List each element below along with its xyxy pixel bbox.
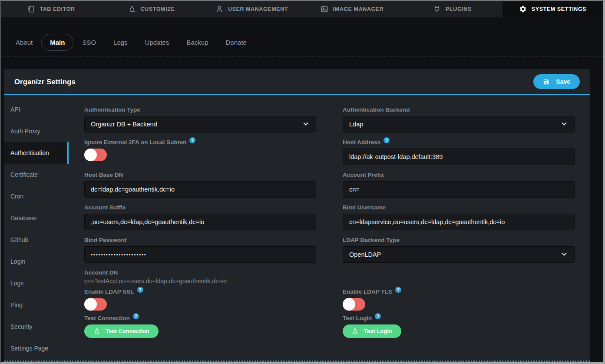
field-label: Enable LDAP TLS ? [343,288,575,295]
bind-password-input[interactable] [84,246,316,263]
sidebar-item-authentication[interactable]: Authentication [4,142,69,164]
enable-ldap-ssl-toggle[interactable] [84,298,107,311]
authentication-form: Authentication Type Organizr DB + Backen… [69,95,590,361]
settings-sidebar: API Auth Proxy Authentication Certificat… [4,95,69,361]
account-suffix-input[interactable] [84,214,316,230]
save-label: Save [556,78,570,85]
tab-updates[interactable]: Updates [136,34,178,51]
user-icon [215,5,223,13]
sidebar-item-login[interactable]: Login [4,251,69,272]
field-account-suffix: Account Suffix [84,204,316,230]
field-host-base-dn: Host Base DN [84,172,316,198]
field-label: Ignore External 2FA on Local Subnet ? [84,139,316,146]
help-icon[interactable]: ? [189,137,195,143]
field-bind-username: Bind Username [343,204,575,230]
tab-donate[interactable]: Donate [217,34,255,51]
help-icon[interactable]: ? [133,313,139,319]
nav-label: CUSTOMIZE [141,6,175,12]
help-icon[interactable]: ? [137,287,143,293]
account-dn-value: cn=TestAcct,ou=users,dc=ldap,dc=goauthen… [84,278,316,285]
sidebar-item-auth-proxy[interactable]: Auth Proxy [4,120,69,142]
label-text: Ignore External 2FA on Local Subnet [84,139,186,146]
field-label: Host Base DN [84,172,316,178]
nav-user-management[interactable]: USER MANAGEMENT [202,1,302,17]
empty-cell [343,269,575,288]
image-icon [321,5,328,13]
field-label: Test Login ? [343,315,575,321]
label-text: Host Base DN [84,172,123,178]
field-label: Bind Username [343,204,575,211]
field-label: Account Suffix [84,204,316,211]
help-icon[interactable]: ? [395,287,401,293]
label-text: Enable LDAP TLS [343,288,392,295]
flask-icon [352,328,358,334]
enable-ldap-tls-toggle[interactable] [343,298,365,311]
nav-label: TAB EDITOR [40,6,75,12]
help-icon[interactable]: ? [383,137,390,143]
sidebar-item-database[interactable]: Database [4,207,69,229]
tab-logs[interactable]: Logs [105,34,136,51]
save-icon [543,79,549,85]
sidebar-item-github[interactable]: Github [4,229,69,251]
host-base-dn-input[interactable] [84,181,316,198]
save-button[interactable]: Save [533,74,580,89]
field-label: Enable LDAP SSL ? [84,288,316,295]
nav-label: USER MANAGEMENT [228,6,288,12]
authentication-backend-select[interactable]: Ldap [343,116,575,132]
bind-username-input[interactable] [343,214,575,230]
tab-backup[interactable]: Backup [178,34,217,51]
sidebar-item-logs[interactable]: Logs [4,272,69,294]
field-account-prefix: Account Prefix [343,172,575,198]
sidebar-item-certificate[interactable]: Certificate [4,164,69,185]
chevron-down-icon [562,121,566,126]
account-prefix-input[interactable] [343,181,575,198]
field-enable-ldap-tls: Enable LDAP TLS ? [343,288,575,311]
tab-main[interactable]: Main [41,34,73,51]
label-text: Bind Username [343,204,386,211]
field-ignore-external-2fa: Ignore External 2FA on Local Subnet ? [84,139,316,165]
nav-label: PLUGINS [446,6,472,12]
gear-icon [519,5,527,13]
tab-sso[interactable]: SSO [73,34,105,51]
sidebar-item-ping[interactable]: Ping [4,294,69,316]
sidebar-item-security[interactable]: Security [4,316,69,338]
nav-system-settings[interactable]: SYSTEM SETTINGS [503,1,603,17]
ldap-backend-type-select[interactable]: OpenLDAP [343,246,575,263]
field-authentication-type: Authentication Type Organizr DB + Backen… [84,106,316,132]
sidebar-item-settings-page[interactable]: Settings Page [4,338,69,359]
nav-image-manager[interactable]: IMAGE MANAGER [302,1,402,17]
host-address-input[interactable] [343,149,575,165]
authentication-type-select[interactable]: Organizr DB + Backend [84,116,316,132]
nav-tab-editor[interactable]: TAB EDITOR [1,1,101,17]
app-window: TAB EDITOR CUSTOMIZE USER MANAGEMENT IMA… [0,0,605,364]
ignore-external-2fa-toggle[interactable] [84,149,107,161]
sidebar-item-cron[interactable]: Cron [4,185,69,207]
nav-customize[interactable]: CUSTOMIZE [101,1,202,17]
sidebar-item-api[interactable]: API [4,99,69,120]
button-label: Test Connection [106,328,149,334]
page-title: Organizr Settings [14,78,76,86]
nav-plugins[interactable]: PLUGINS [402,1,503,17]
label-text: Enable LDAP SSL [84,288,134,295]
chevron-down-icon [562,251,566,256]
toggle-knob [84,298,97,311]
label-text: Account Suffix [84,204,126,211]
toggle-knob [343,298,355,311]
field-label: Authentication Backend [343,106,575,113]
help-icon[interactable]: ? [375,313,381,319]
field-label: Authentication Type [84,106,316,113]
field-label: Account Prefix [343,172,575,178]
nav-label: IMAGE MANAGER [333,6,384,12]
test-connection-button[interactable]: Test Connection [84,324,159,338]
field-ldap-backend-type: LDAP Backend Type OpenLDAP [343,237,575,263]
customize-icon [128,5,136,13]
panel-body: API Auth Proxy Authentication Certificat… [4,95,590,361]
label-text: Bind Password [84,237,127,243]
nav-label: SYSTEM SETTINGS [532,6,586,12]
field-test-connection: Test Connection ? Test Connection [84,315,316,338]
field-host-address: Host Address ? [343,139,575,165]
panel-header: Organizr Settings Save [4,69,590,95]
test-login-button[interactable]: Test Login [343,324,401,338]
field-test-login: Test Login ? Test Login [343,315,575,338]
tab-about[interactable]: About [7,34,41,51]
